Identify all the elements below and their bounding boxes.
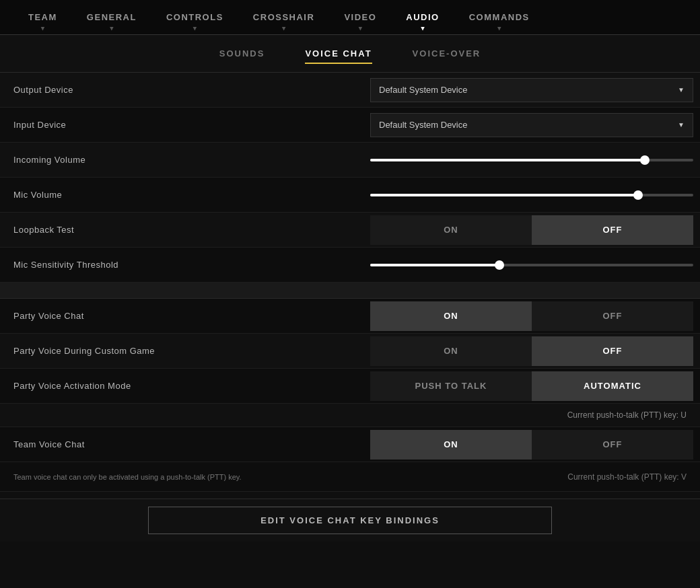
party-voice-activation-control: Push to Talk Automatic bbox=[370, 371, 693, 401]
mic-volume-row: Mic Volume bbox=[0, 178, 700, 213]
mic-sensitivity-thumb[interactable] bbox=[495, 260, 504, 270]
loopback-off-btn[interactable]: Off bbox=[532, 215, 693, 245]
team-voice-chat-toggle: On Off bbox=[370, 430, 693, 460]
mic-volume-thumb[interactable] bbox=[633, 190, 643, 200]
top-nav: TEAM GENERAL CONTROLS CROSSHAIR VIDEO AU… bbox=[0, 0, 700, 35]
team-voice-chat-label: Team Voice Chat bbox=[13, 439, 370, 449]
team-voice-note-right: Current push-to-talk (PTT) key: V bbox=[370, 472, 687, 482]
nav-video[interactable]: VIDEO bbox=[329, 0, 391, 35]
nav-general[interactable]: GENERAL bbox=[72, 0, 151, 35]
party-voice-activation-ptt-btn[interactable]: Push to Talk bbox=[370, 371, 532, 401]
loopback-test-row: Loopback Test On Off bbox=[0, 213, 700, 248]
party-voice-custom-game-toggle: On Off bbox=[370, 336, 693, 366]
ptt-note-party: Current push-to-talk (PTT) key: U bbox=[0, 404, 700, 427]
party-voice-custom-game-row: Party Voice During Custom Game On Off bbox=[0, 334, 700, 369]
mic-sensitivity-label: Mic Sensitivity Threshold bbox=[13, 260, 370, 270]
incoming-volume-thumb[interactable] bbox=[640, 155, 650, 165]
output-device-arrow: ▼ bbox=[678, 86, 685, 94]
mic-sensitivity-row: Mic Sensitivity Threshold bbox=[0, 248, 700, 283]
settings-content: Output Device Default System Device ▼ In… bbox=[0, 73, 700, 492]
nav-controls[interactable]: CONTROLS bbox=[151, 0, 238, 35]
input-device-arrow: ▼ bbox=[678, 121, 685, 128]
output-device-control: Default System Device ▼ bbox=[370, 78, 693, 102]
loopback-test-control: On Off bbox=[370, 215, 693, 245]
party-voice-custom-game-on-btn[interactable]: On bbox=[370, 336, 532, 366]
mic-volume-track bbox=[370, 194, 693, 196]
mic-sensitivity-control bbox=[370, 258, 693, 272]
party-voice-activation-row: Party Voice Activation Mode Push to Talk… bbox=[0, 369, 700, 404]
nav-audio[interactable]: AUDIO bbox=[391, 0, 454, 35]
mic-sensitivity-fill bbox=[370, 264, 499, 266]
incoming-volume-label: Incoming Volume bbox=[13, 155, 370, 165]
nav-team[interactable]: TEAM bbox=[13, 0, 72, 35]
loopback-test-label: Loopback Test bbox=[13, 225, 370, 235]
loopback-on-btn[interactable]: On bbox=[370, 215, 532, 245]
incoming-volume-row: Incoming Volume bbox=[0, 143, 700, 178]
party-voice-custom-game-control: On Off bbox=[370, 336, 693, 366]
mic-volume-slider[interactable] bbox=[370, 188, 693, 202]
loopback-test-toggle: On Off bbox=[370, 215, 693, 245]
party-voice-chat-off-btn[interactable]: Off bbox=[532, 301, 693, 331]
team-voice-chat-row: Team Voice Chat On Off bbox=[0, 427, 700, 462]
mic-volume-fill bbox=[370, 194, 638, 196]
party-voice-activation-toggle: Push to Talk Automatic bbox=[370, 371, 693, 401]
input-device-label: Input Device bbox=[13, 120, 370, 130]
team-voice-chat-off-btn[interactable]: Off bbox=[532, 430, 693, 460]
mic-sensitivity-slider[interactable] bbox=[370, 258, 693, 272]
output-device-value: Default System Device bbox=[379, 85, 468, 95]
party-voice-custom-game-label: Party Voice During Custom Game bbox=[13, 346, 370, 356]
party-voice-activation-auto-btn[interactable]: Automatic bbox=[532, 371, 693, 401]
output-device-dropdown[interactable]: Default System Device ▼ bbox=[370, 78, 693, 102]
separator-1 bbox=[0, 283, 700, 299]
incoming-volume-control bbox=[370, 153, 693, 167]
subnav-voiceover[interactable]: VOICE-OVER bbox=[413, 46, 481, 61]
ptt-note-party-text: Current push-to-talk (PTT) key: U bbox=[567, 410, 687, 420]
party-voice-activation-label: Party Voice Activation Mode bbox=[13, 381, 370, 391]
output-device-row: Output Device Default System Device ▼ bbox=[0, 73, 700, 108]
incoming-volume-track bbox=[370, 159, 693, 161]
output-device-label: Output Device bbox=[13, 85, 370, 95]
team-voice-note-left: Team voice chat can only be activated us… bbox=[13, 473, 370, 481]
nav-commands[interactable]: COMMANDS bbox=[454, 0, 545, 35]
edit-btn-row: EDIT VOICE CHAT KEY BINDINGS bbox=[0, 499, 700, 542]
party-voice-chat-label: Party Voice Chat bbox=[13, 311, 370, 321]
mic-volume-control bbox=[370, 188, 693, 202]
team-voice-note-row: Team voice chat can only be activated us… bbox=[0, 462, 700, 492]
nav-crosshair[interactable]: CROSSHAIR bbox=[238, 0, 330, 35]
mic-sensitivity-track bbox=[370, 264, 693, 266]
edit-voice-bindings-button[interactable]: EDIT VOICE CHAT KEY BINDINGS bbox=[148, 507, 552, 534]
input-device-row: Input Device Default System Device ▼ bbox=[0, 108, 700, 143]
party-voice-chat-toggle: On Off bbox=[370, 301, 693, 331]
party-voice-chat-on-btn[interactable]: On bbox=[370, 301, 532, 331]
subnav-voicechat[interactable]: VOICE CHAT bbox=[305, 46, 372, 61]
team-voice-chat-on-btn[interactable]: On bbox=[370, 430, 532, 460]
subnav-sounds[interactable]: SOUNDS bbox=[219, 46, 265, 61]
incoming-volume-slider[interactable] bbox=[370, 153, 693, 167]
party-voice-chat-control: On Off bbox=[370, 301, 693, 331]
party-voice-custom-game-off-btn[interactable]: Off bbox=[532, 336, 693, 366]
team-voice-chat-control: On Off bbox=[370, 430, 693, 460]
input-device-value: Default System Device bbox=[379, 120, 468, 130]
input-device-control: Default System Device ▼ bbox=[370, 113, 693, 137]
input-device-dropdown[interactable]: Default System Device ▼ bbox=[370, 113, 693, 137]
incoming-volume-fill bbox=[370, 159, 645, 161]
party-voice-chat-row: Party Voice Chat On Off bbox=[0, 299, 700, 334]
sub-nav: SOUNDS VOICE CHAT VOICE-OVER bbox=[0, 35, 700, 73]
mic-volume-label: Mic Volume bbox=[13, 190, 370, 200]
